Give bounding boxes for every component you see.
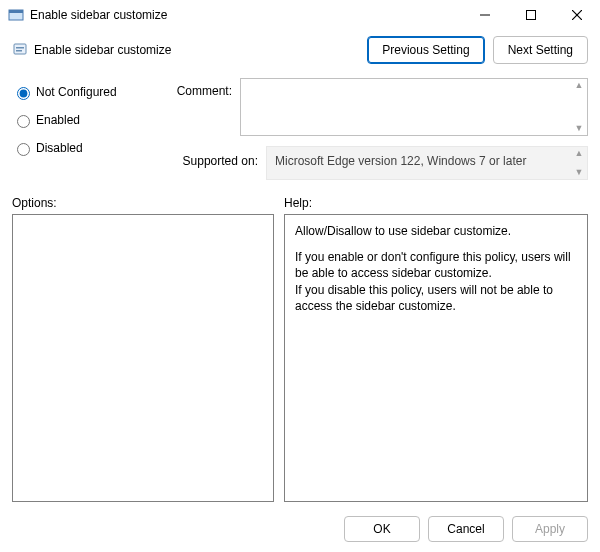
cancel-button[interactable]: Cancel xyxy=(428,516,504,542)
up-arrow-icon: ▲ xyxy=(573,81,585,90)
minimize-button[interactable] xyxy=(462,0,508,30)
down-arrow-icon: ▼ xyxy=(573,124,585,133)
options-pane xyxy=(12,214,274,502)
radio-not-configured[interactable]: Not Configured xyxy=(12,84,172,100)
radio-enabled[interactable]: Enabled xyxy=(12,112,172,128)
apply-button[interactable]: Apply xyxy=(512,516,588,542)
maximize-button[interactable] xyxy=(508,0,554,30)
comment-label: Comment: xyxy=(172,78,240,98)
panes: Allow/Disallow to use sidebar customize.… xyxy=(0,214,600,510)
close-button[interactable] xyxy=(554,0,600,30)
radio-enabled-label: Enabled xyxy=(36,113,80,127)
radio-disabled-input[interactable] xyxy=(17,143,30,156)
up-arrow-icon: ▲ xyxy=(573,149,585,158)
titlebar: Enable sidebar customize xyxy=(0,0,600,30)
supported-field: Microsoft Edge version 122, Windows 7 or… xyxy=(266,146,588,180)
help-paragraph: Allow/Disallow to use sidebar customize. xyxy=(295,223,577,239)
supported-label: Supported on: xyxy=(172,146,266,168)
app-icon xyxy=(8,7,24,23)
radio-not-configured-label: Not Configured xyxy=(36,85,117,99)
window-title: Enable sidebar customize xyxy=(30,8,167,22)
next-setting-button[interactable]: Next Setting xyxy=(493,36,588,64)
radio-not-configured-input[interactable] xyxy=(17,87,30,100)
pane-labels: Options: Help: xyxy=(0,190,600,214)
down-arrow-icon: ▼ xyxy=(573,168,585,177)
config-area: Not Configured Enabled Disabled Comment:… xyxy=(0,74,600,190)
help-pane: Allow/Disallow to use sidebar customize.… xyxy=(284,214,588,502)
svg-rect-3 xyxy=(527,11,536,20)
radio-enabled-input[interactable] xyxy=(17,115,30,128)
comment-field[interactable]: ▲ ▼ xyxy=(240,78,588,136)
help-paragraph: If you disable this policy, users will n… xyxy=(295,282,577,314)
policy-name: Enable sidebar customize xyxy=(34,43,171,57)
help-label: Help: xyxy=(284,196,312,210)
supported-scrollbar: ▲ ▼ xyxy=(573,149,585,177)
policy-icon xyxy=(12,42,28,58)
radio-disabled[interactable]: Disabled xyxy=(12,140,172,156)
radio-disabled-label: Disabled xyxy=(36,141,83,155)
svg-rect-6 xyxy=(14,44,26,54)
help-paragraph: If you enable or don't configure this po… xyxy=(295,249,577,281)
supported-value: Microsoft Edge version 122, Windows 7 or… xyxy=(275,154,526,168)
policy-header: Enable sidebar customize Previous Settin… xyxy=(0,30,600,74)
comment-scrollbar[interactable]: ▲ ▼ xyxy=(573,81,585,133)
svg-rect-8 xyxy=(16,50,22,52)
ok-button[interactable]: OK xyxy=(344,516,420,542)
state-radios: Not Configured Enabled Disabled xyxy=(12,78,172,180)
dialog-footer: OK Cancel Apply xyxy=(0,510,600,552)
svg-rect-1 xyxy=(9,10,23,13)
svg-rect-7 xyxy=(16,47,24,49)
options-label: Options: xyxy=(12,196,284,210)
previous-setting-button[interactable]: Previous Setting xyxy=(367,36,484,64)
